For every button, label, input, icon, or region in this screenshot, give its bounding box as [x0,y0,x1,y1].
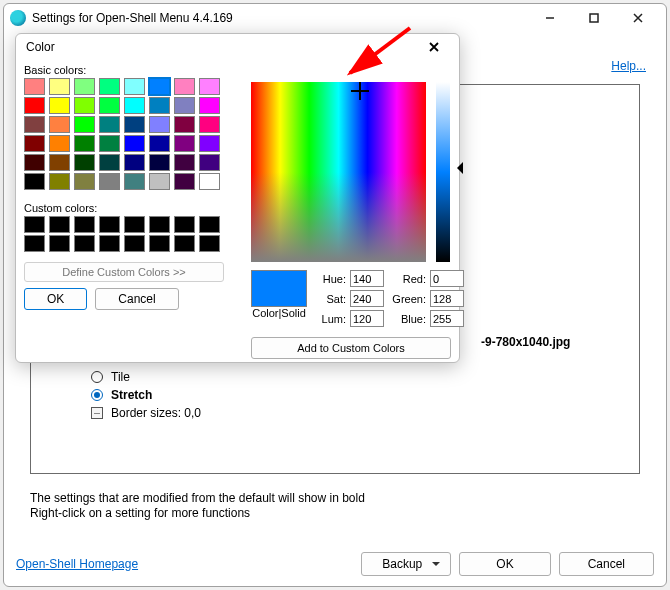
blue-input[interactable] [430,310,464,327]
basic-swatch[interactable] [124,154,145,171]
basic-swatch[interactable] [149,135,170,152]
basic-swatch[interactable] [74,116,95,133]
basic-swatch[interactable] [74,154,95,171]
basic-swatch[interactable] [174,116,195,133]
dialog-ok-button[interactable]: OK [24,288,87,310]
basic-swatch[interactable] [199,154,220,171]
define-custom-colors-button[interactable]: Define Custom Colors >> [24,262,224,282]
custom-swatch[interactable] [49,216,70,233]
custom-swatch[interactable] [99,235,120,252]
help-link[interactable]: Help... [611,59,646,73]
basic-swatch[interactable] [174,173,195,190]
basic-swatch[interactable] [49,154,70,171]
custom-swatch[interactable] [74,235,95,252]
filename-text: -9-780x1040.jpg [481,335,570,349]
basic-swatch[interactable] [24,97,45,114]
basic-swatch[interactable] [199,78,220,95]
basic-swatch[interactable] [149,97,170,114]
option-tile[interactable]: Tile [91,368,291,386]
footnote-line: Right-click on a setting for more functi… [30,506,365,521]
basic-swatch[interactable] [174,97,195,114]
basic-swatch[interactable] [124,78,145,95]
basic-swatch[interactable] [24,116,45,133]
add-to-custom-button[interactable]: Add to Custom Colors [251,337,451,359]
custom-swatch[interactable] [199,235,220,252]
basic-swatch[interactable] [24,154,45,171]
basic-swatch[interactable] [199,173,220,190]
sat-input[interactable] [350,290,384,307]
close-button[interactable] [616,4,660,32]
basic-swatch[interactable] [124,97,145,114]
custom-swatch[interactable] [24,216,45,233]
basic-swatch[interactable] [99,116,120,133]
basic-swatch[interactable] [124,116,145,133]
color-preview-box [251,270,307,307]
custom-swatch[interactable] [74,216,95,233]
dialog-titlebar: Color [16,34,459,60]
homepage-link[interactable]: Open-Shell Homepage [16,557,138,571]
option-label: Stretch [111,388,152,402]
basic-swatch[interactable] [99,173,120,190]
green-input[interactable] [430,290,464,307]
custom-swatch[interactable] [24,235,45,252]
color-dialog: Color Basic colors: Custom colors: Defin… [15,33,460,363]
basic-swatch[interactable] [99,97,120,114]
basic-swatch[interactable] [74,173,95,190]
custom-swatch[interactable] [124,216,145,233]
basic-swatch[interactable] [24,135,45,152]
svg-rect-0 [590,14,598,22]
basic-swatch[interactable] [99,154,120,171]
option-stretch[interactable]: Stretch [91,386,291,404]
custom-swatch[interactable] [124,235,145,252]
custom-swatch[interactable] [149,235,170,252]
custom-swatch[interactable] [99,216,120,233]
basic-swatch[interactable] [149,154,170,171]
color-values-grid: Hue: Red: Sat: Green: Lum: Blue: [316,270,464,327]
basic-swatch[interactable] [149,173,170,190]
window-title: Settings for Open-Shell Menu 4.4.169 [32,11,528,25]
custom-swatch[interactable] [199,216,220,233]
basic-swatch[interactable] [174,78,195,95]
basic-swatch[interactable] [49,135,70,152]
custom-swatch[interactable] [149,216,170,233]
custom-swatch[interactable] [174,216,195,233]
basic-swatch[interactable] [149,78,170,95]
luminance-bar[interactable] [436,82,450,262]
basic-swatch[interactable] [49,173,70,190]
basic-swatch[interactable] [74,135,95,152]
basic-swatch[interactable] [49,78,70,95]
lum-input[interactable] [350,310,384,327]
app-icon [10,10,26,26]
border-icon [91,407,103,419]
basic-swatch[interactable] [99,78,120,95]
basic-swatch[interactable] [49,116,70,133]
maximize-button[interactable] [572,4,616,32]
basic-swatch[interactable] [149,116,170,133]
basic-swatch[interactable] [74,97,95,114]
dialog-close-button[interactable] [419,34,449,60]
minimize-button[interactable] [528,4,572,32]
basic-swatch[interactable] [74,78,95,95]
hue-input[interactable] [350,270,384,287]
basic-swatch[interactable] [174,154,195,171]
custom-swatch[interactable] [49,235,70,252]
option-border-sizes[interactable]: Border sizes: 0,0 [91,404,291,422]
ok-button[interactable]: OK [459,552,550,576]
backup-button[interactable]: Backup [361,552,451,576]
basic-swatch[interactable] [24,78,45,95]
basic-swatch[interactable] [24,173,45,190]
basic-swatch[interactable] [174,135,195,152]
basic-swatch[interactable] [99,135,120,152]
basic-swatch[interactable] [124,173,145,190]
dialog-cancel-button[interactable]: Cancel [95,288,178,310]
basic-swatch[interactable] [49,97,70,114]
custom-swatch[interactable] [174,235,195,252]
cancel-button[interactable]: Cancel [559,552,654,576]
lum-label: Lum: [316,313,346,325]
red-input[interactable] [430,270,464,287]
hue-saturation-field[interactable] [251,82,426,262]
basic-swatch[interactable] [124,135,145,152]
basic-swatch[interactable] [199,116,220,133]
basic-swatch[interactable] [199,135,220,152]
basic-swatch[interactable] [199,97,220,114]
